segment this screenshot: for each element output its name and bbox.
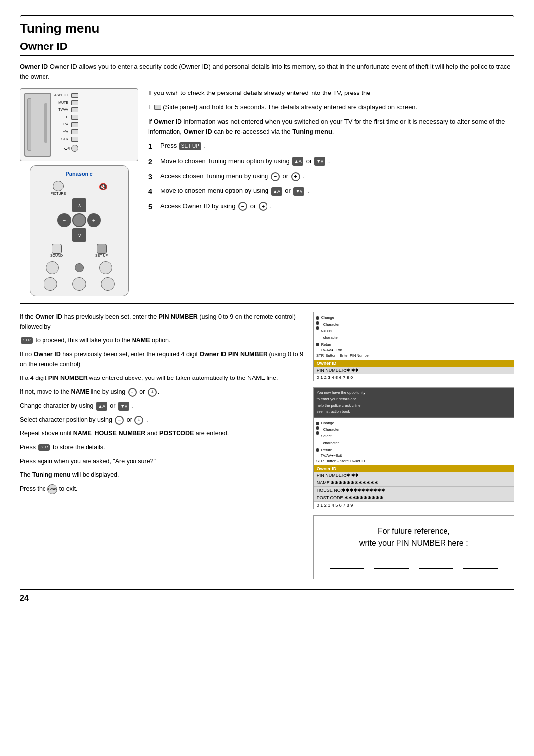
- para-are-you-sure: Press again when you are asked, "Are you…: [20, 456, 304, 466]
- pin-blank-2: [374, 559, 409, 569]
- section-title: Owner ID: [20, 40, 514, 56]
- pin-underlines: [324, 559, 504, 569]
- screen2-pin-row: PIN NUMBER:✱ ✱✱: [314, 472, 514, 479]
- brand-logo: Panasonic: [34, 171, 124, 177]
- remote-diagram: Panasonic PICTURE 🔇 ∧ − + ∨: [30, 165, 129, 296]
- screen1-owner-id-bar: Owner ID: [314, 360, 514, 367]
- screen2-info: You now have the opportunity to enter yo…: [314, 388, 514, 418]
- para-repeat: Repeat above until NAME, HOUSE NUMBER an…: [20, 428, 304, 438]
- step-2: 2 Move to chosen Tuning menu option by u…: [148, 156, 514, 167]
- para-select-char-pos: Select character position by using − or …: [20, 415, 304, 425]
- screen1-pin-row: PIN NUMBER:✱ ✱✱: [314, 367, 514, 374]
- step-4: 4 Move to chosen menu option by using ▲A…: [148, 186, 514, 197]
- screen2-name-row: NAME:✱✱✱✱✱✱✱✱✱✱✱✱: [314, 479, 514, 487]
- step-5: 5 Access Owner ID by using − or + .: [148, 201, 514, 212]
- pin-blank-4: [463, 559, 498, 569]
- screen2-str-label: 'STR' Button - Store Owner ID: [316, 459, 512, 463]
- screen1-str-label: 'STR' Button - Enter PIN Number: [316, 353, 512, 358]
- screen2-owner-id-bar: Owner ID: [314, 465, 514, 472]
- screen1-number-row: 0 1 2 3 4 5 6 7 8 9: [314, 374, 514, 381]
- page-number: 24: [20, 589, 514, 603]
- side-panel-labels: ASPECT MUTE TV/AV F +/∧ −/∨ STR ⏻/I: [54, 93, 78, 152]
- intro-paragraph: Owner ID Owner ID allows you to enter a …: [20, 62, 514, 81]
- screen2-post-row: POST CODE:✱✱✱✱✱✱✱✱✱✱: [314, 494, 514, 502]
- future-ref-text: For future reference, write your PIN NUM…: [324, 525, 504, 549]
- tv-side-panel: ASPECT MUTE TV/AV F +/∧ −/∨ STR ⏻/I: [20, 88, 138, 161]
- para-owner-id-set: If the Owner ID has previously been set,…: [20, 312, 304, 331]
- para-name-line: If not, move to the NAME line by using −…: [20, 387, 304, 397]
- bottom-left-text: If the Owner ID has previously been set,…: [20, 312, 304, 579]
- para-str-proceed: STR to proceed, this will take you to th…: [20, 335, 304, 345]
- screen2-house-row: HOUSE NO:✱✱✱✱✱✱✱✱✱✱✱: [314, 487, 514, 494]
- tv-diagram: ASPECT MUTE TV/AV F +/∧ −/∨ STR ⏻/I Pana…: [20, 88, 138, 296]
- step-3: 3 Access chosen Tuning menu by using − o…: [148, 171, 514, 182]
- pin-blank-1: [330, 559, 364, 569]
- right-screens-column: Change Character Select character Return…: [313, 312, 514, 579]
- step-1: 1 Press SET UP .: [148, 141, 514, 152]
- para-change-char: Change character by using ▲A or ▼v .: [20, 401, 304, 411]
- pin-blank-3: [419, 559, 453, 569]
- future-reference-box: For future reference, write your PIN NUM…: [313, 515, 514, 579]
- para-press-tvav: Press the TV/AV to exit.: [20, 484, 304, 494]
- para-press-str-store: Press STR to store the details.: [20, 442, 304, 452]
- para-owner-id-access: If Owner ID information was not entered …: [148, 117, 514, 138]
- para-f-button: F (Side panel) and hold for 5 seconds. T…: [148, 102, 514, 113]
- page-title: Tuning menu: [20, 15, 514, 36]
- screen1: Change Character Select character Return…: [313, 312, 514, 381]
- para-tuning-menu-display: The Tuning menu will be displayed.: [20, 470, 304, 480]
- para-pin-entered: If a 4 digit PIN NUMBER was entered abov…: [20, 373, 304, 383]
- para-no-owner-id: If no Owner ID has previously been set, …: [20, 349, 304, 369]
- screen2-number-row: 0 1 2 3 4 5 6 7 8 9: [314, 502, 514, 509]
- instructions-column: If you wish to check the personal detail…: [148, 88, 514, 296]
- steps-list: 1 Press SET UP . 2 Move to chosen Tuning…: [148, 141, 514, 212]
- screen2: You now have the opportunity to enter yo…: [313, 387, 514, 509]
- para-check-details: If you wish to check the personal detail…: [148, 88, 514, 98]
